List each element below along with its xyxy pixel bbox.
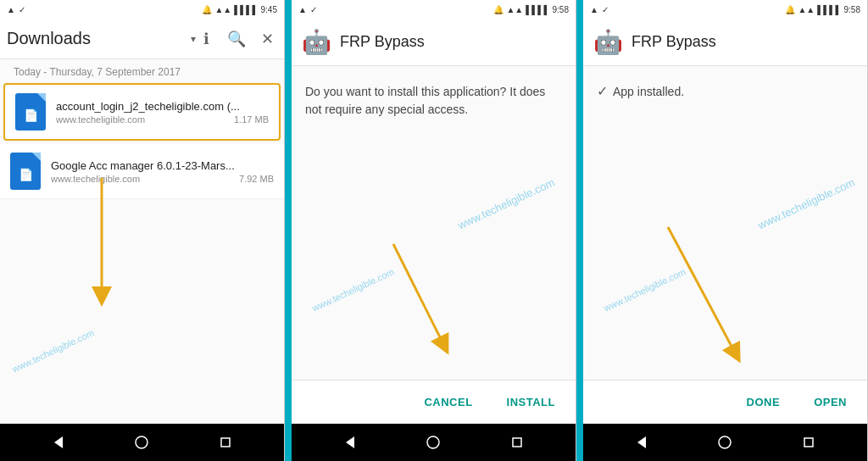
home-button-1[interactable]	[128, 429, 155, 456]
frp-app-bar-2: 🤖 FRP Bypass	[292, 19, 576, 66]
nav-bar-3	[583, 424, 867, 461]
nav-bar-2	[292, 424, 576, 461]
sim-icon: 🔔	[202, 5, 212, 14]
frp-actions-2: CANCEL INSTALL	[292, 380, 576, 424]
svg-line-6	[393, 244, 444, 346]
svg-marker-12	[637, 436, 646, 448]
svg-point-3	[136, 436, 147, 448]
watermark-2: www.techeligible.com	[310, 266, 395, 313]
svg-rect-14	[804, 438, 813, 447]
installed-text: App installed.	[613, 85, 684, 98]
arrow-annotation-3	[651, 219, 787, 405]
status-right-2: 🔔 ▲▲ ▌▌▌▌ 9:58	[493, 5, 569, 14]
status-bar-3: ▲ ✓ 🔔 ▲▲ ▌▌▌▌ 9:58	[583, 0, 867, 19]
status-right: 🔔 ▲▲ ▌▌▌▌ 9:45	[202, 5, 277, 14]
android-icon-2: 🤖	[302, 28, 331, 56]
file-name-2: Google Acc manager 6.0.1-23-Mars...	[51, 159, 274, 172]
app-bar-icons: ℹ 🔍 ✕	[196, 29, 277, 49]
separator-1	[285, 0, 292, 461]
wifi-icon-2: ▲▲	[506, 5, 523, 14]
frp-installed: ✓ App installed.	[597, 83, 854, 99]
frp-content-2: Do you want to install this application?…	[292, 66, 576, 380]
cancel-button[interactable]: CANCEL	[410, 386, 486, 419]
status-left-3: ▲ ✓	[590, 5, 609, 14]
separator-2	[576, 0, 583, 461]
file-size-2: 7.92 MB	[239, 174, 274, 184]
svg-line-11	[668, 227, 736, 354]
phone-3: ▲ ✓ 🔔 ▲▲ ▌▌▌▌ 9:58 🤖 FRP Bypass ✓ App in…	[583, 0, 868, 461]
status-left-2: ▲ ✓	[298, 5, 317, 14]
signal-icon: ▲	[7, 5, 15, 14]
check-icon-2: ✓	[310, 5, 317, 14]
file-type-icon: 📄	[24, 108, 38, 122]
file-info-1: account_login_j2_techeligible.com (... w…	[56, 100, 269, 125]
wifi-icon-3: ▲▲	[798, 5, 815, 14]
file-source-1: www.techeligible.com	[56, 114, 145, 125]
app-bar-1: Downloads ▾ ℹ 🔍 ✕	[0, 19, 284, 59]
status-bar-1: ▲ ✓ 🔔 ▲▲ ▌▌▌▌ 9:45	[0, 0, 284, 19]
recent-button-3[interactable]	[795, 429, 822, 456]
download-item-2[interactable]: 📄 Google Acc manager 6.0.1-23-Mars... ww…	[0, 144, 284, 199]
back-button-2[interactable]	[337, 429, 364, 456]
alarm-icon-3: 🔔	[785, 5, 795, 14]
svg-rect-9	[513, 438, 521, 447]
file-size-1: 1.17 MB	[234, 114, 269, 125]
signal-bars-2: ▌▌▌▌	[526, 5, 549, 14]
search-icon[interactable]: 🔍	[226, 29, 247, 49]
done-button[interactable]: DONE	[733, 386, 794, 419]
download-item-1[interactable]: 📄 account_login_j2_techeligible.com (...…	[3, 83, 281, 141]
alarm-icon-2: 🔔	[493, 5, 504, 14]
svg-point-8	[427, 436, 439, 448]
file-icon-1: 📄	[15, 93, 46, 131]
phone-1: ▲ ✓ 🔔 ▲▲ ▌▌▌▌ 9:45 Downloads ▾ ℹ 🔍 ✕ Tod…	[0, 0, 285, 461]
frp-content-3: ✓ App installed. www.techeligible.com ww…	[583, 66, 867, 380]
file-icon-2: 📄	[10, 153, 41, 190]
svg-rect-4	[221, 438, 230, 447]
watermark-1: www.techeligible.com	[10, 327, 95, 374]
check-icon: ✓	[19, 5, 25, 14]
home-button-3[interactable]	[711, 429, 738, 456]
time-display-2: 9:58	[553, 5, 569, 14]
signal-bars-3: ▌▌▌▌	[817, 5, 841, 14]
wifi-icon: ▲▲	[214, 5, 231, 14]
file-meta-1: www.techeligible.com 1.17 MB	[56, 114, 269, 125]
home-button-2[interactable]	[420, 429, 447, 456]
svg-point-13	[719, 436, 731, 448]
watermark-3b: www.techeligible.com	[755, 175, 856, 231]
status-right-3: 🔔 ▲▲ ▌▌▌▌ 9:58	[785, 5, 860, 14]
open-button[interactable]: OPEN	[800, 386, 860, 419]
date-header: Today - Thursday, 7 September 2017	[0, 59, 284, 81]
install-button[interactable]: INSTALL	[493, 386, 569, 419]
installed-check-icon: ✓	[597, 83, 608, 99]
time-display: 9:45	[261, 5, 277, 14]
info-icon[interactable]: ℹ	[196, 29, 216, 49]
recent-button-1[interactable]	[212, 429, 239, 456]
close-icon[interactable]: ✕	[257, 29, 277, 49]
back-button-3[interactable]	[628, 429, 655, 456]
frp-actions-3: DONE OPEN	[583, 380, 867, 424]
status-left: ▲ ✓	[7, 5, 25, 14]
file-meta-2: www.techeligible.com 7.92 MB	[51, 174, 274, 184]
android-icon-3: 🤖	[593, 28, 623, 56]
svg-marker-7	[346, 436, 354, 448]
signal-icon-2: ▲	[298, 5, 307, 14]
recent-button-2[interactable]	[504, 429, 531, 456]
time-display-3: 9:58	[844, 5, 860, 14]
downloads-content: Today - Thursday, 7 September 2017 📄 acc…	[0, 59, 284, 424]
file-name-1: account_login_j2_techeligible.com (...	[56, 100, 269, 113]
file-info-2: Google Acc manager 6.0.1-23-Mars... www.…	[51, 159, 274, 184]
phone-2: ▲ ✓ 🔔 ▲▲ ▌▌▌▌ 9:58 🤖 FRP Bypass Do you w…	[292, 0, 576, 461]
app-bar-title: Downloads	[7, 29, 187, 48]
signal-bars: ▌▌▌▌	[234, 5, 258, 14]
frp-title-2: FRP Bypass	[340, 33, 425, 51]
svg-marker-2	[54, 436, 63, 448]
file-source-2: www.techeligible.com	[51, 174, 140, 184]
file-type-icon-2: 📄	[19, 168, 33, 181]
frp-app-bar-3: 🤖 FRP Bypass	[583, 19, 867, 66]
back-button-1[interactable]	[45, 429, 72, 456]
nav-bar-1	[0, 424, 284, 461]
frp-title-3: FRP Bypass	[632, 33, 716, 51]
watermark-3: www.techeligible.com	[602, 266, 687, 313]
check-icon-3: ✓	[602, 5, 609, 14]
signal-icon-3: ▲	[590, 5, 598, 14]
